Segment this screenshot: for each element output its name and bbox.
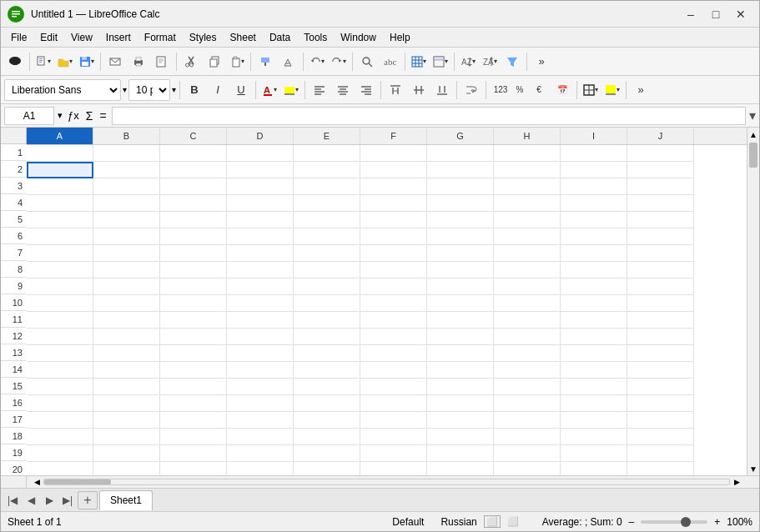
- cell-G8[interactable]: [427, 262, 494, 279]
- cell-A17[interactable]: [27, 412, 93, 429]
- redo-dropdown-arrow[interactable]: ▾: [343, 58, 346, 65]
- undo-button[interactable]: ▾: [307, 51, 327, 73]
- cell-A14[interactable]: [27, 362, 93, 379]
- cell-H16[interactable]: [494, 395, 561, 412]
- scroll-right-button[interactable]: ▶: [730, 477, 743, 488]
- bold-button[interactable]: B: [184, 79, 205, 101]
- cell-A7[interactable]: [27, 245, 93, 262]
- cell-E12[interactable]: [294, 329, 360, 345]
- scroll-up-button[interactable]: ▲: [747, 128, 759, 141]
- cell-ref-dropdown[interactable]: ▾: [58, 110, 63, 121]
- font-color-button[interactable]: A ▾: [259, 79, 279, 101]
- cell-F4[interactable]: [360, 195, 427, 212]
- menu-help[interactable]: Help: [383, 30, 417, 45]
- comment-icon[interactable]: [4, 51, 26, 73]
- row-num-18[interactable]: 18: [1, 428, 26, 444]
- cell-G20[interactable]: [427, 462, 494, 475]
- cell-E15[interactable]: [294, 379, 360, 395]
- align-center-button[interactable]: [332, 79, 354, 101]
- size-dropdown-arrow[interactable]: ▾: [172, 85, 176, 94]
- tab-prev-button[interactable]: ◀: [23, 492, 39, 509]
- highlight-dropdown-arrow[interactable]: ▾: [295, 86, 299, 93]
- cell-H11[interactable]: [494, 312, 561, 329]
- preview-button[interactable]: [151, 51, 173, 73]
- cell-H14[interactable]: [494, 362, 561, 379]
- cell-E11[interactable]: [294, 312, 360, 329]
- cell-B2[interactable]: [93, 162, 160, 178]
- col-header-D[interactable]: D: [227, 128, 294, 144]
- maximize-button[interactable]: □: [704, 5, 727, 23]
- cell-C19[interactable]: [160, 445, 227, 462]
- cell-E5[interactable]: [294, 212, 360, 228]
- underline-button[interactable]: U: [230, 79, 252, 101]
- cell-G7[interactable]: [427, 245, 494, 262]
- cell-B3[interactable]: [93, 178, 160, 195]
- cell-H3[interactable]: [494, 178, 561, 195]
- date-format-button[interactable]: 📅: [551, 79, 573, 101]
- valign-top-button[interactable]: [385, 79, 406, 101]
- cell-D4[interactable]: [227, 195, 294, 212]
- cell-G2[interactable]: [427, 162, 494, 178]
- cell-I3[interactable]: [561, 178, 627, 195]
- col-header-C[interactable]: C: [160, 128, 227, 144]
- cell-D13[interactable]: [227, 345, 294, 362]
- cell-J5[interactable]: [627, 212, 694, 228]
- menu-window[interactable]: Window: [334, 30, 383, 45]
- cell-G11[interactable]: [427, 312, 494, 329]
- corner-cell[interactable]: [1, 128, 27, 144]
- cell-B9[interactable]: [93, 279, 160, 295]
- cell-E19[interactable]: [294, 445, 360, 462]
- row-num-9[interactable]: 9: [1, 278, 26, 294]
- email-button[interactable]: [104, 51, 126, 73]
- valign-mid-button[interactable]: [408, 79, 430, 101]
- row-num-8[interactable]: 8: [1, 261, 26, 278]
- save-button[interactable]: ▾: [77, 51, 97, 73]
- cell-D2[interactable]: [227, 162, 294, 178]
- wrap-text-button[interactable]: [461, 79, 482, 101]
- cell-B11[interactable]: [93, 312, 160, 329]
- cell-F18[interactable]: [360, 429, 427, 445]
- cell-D10[interactable]: [227, 295, 294, 312]
- cell-J7[interactable]: [627, 245, 694, 262]
- cell-E16[interactable]: [294, 395, 360, 412]
- cell-A15[interactable]: [27, 379, 93, 395]
- borders-dropdown-arrow[interactable]: ▾: [595, 86, 598, 93]
- sortdesc-dropdown-arrow[interactable]: ▾: [494, 58, 497, 65]
- tab-first-button[interactable]: |◀: [4, 492, 21, 509]
- font-name-select[interactable]: Liberation Sans: [4, 79, 121, 101]
- cell-J4[interactable]: [627, 195, 694, 212]
- row-num-12[interactable]: 12: [1, 328, 26, 344]
- cell-J6[interactable]: [627, 228, 694, 245]
- cell-F13[interactable]: [360, 345, 427, 362]
- cell-H2[interactable]: [494, 162, 561, 178]
- cell-F2[interactable]: [360, 162, 427, 178]
- zoom-out-button[interactable]: –: [629, 516, 635, 528]
- font-dropdown-arrow[interactable]: ▾: [123, 85, 127, 94]
- zoom-thumb[interactable]: [681, 517, 691, 527]
- cell-B14[interactable]: [93, 362, 160, 379]
- cell-C5[interactable]: [160, 212, 227, 228]
- scroll-down-button[interactable]: ▼: [747, 462, 759, 475]
- cell-D16[interactable]: [227, 395, 294, 412]
- tab-next-button[interactable]: ▶: [41, 492, 58, 509]
- cell-C12[interactable]: [160, 329, 227, 345]
- cell-D18[interactable]: [227, 429, 294, 445]
- clear-button[interactable]: [278, 51, 299, 73]
- cell-B8[interactable]: [93, 262, 160, 279]
- bg-color-button[interactable]: ▾: [602, 79, 622, 101]
- cell-E9[interactable]: [294, 279, 360, 295]
- more-toolbar-button[interactable]: »: [531, 51, 552, 73]
- cell-B6[interactable]: [93, 228, 160, 245]
- table-dropdown-arrow[interactable]: ▾: [423, 58, 426, 65]
- page-view-normal-icon[interactable]: ⬜: [484, 515, 501, 528]
- row-num-20[interactable]: 20: [1, 461, 26, 475]
- cell-I4[interactable]: [561, 195, 627, 212]
- open-button[interactable]: ▾: [55, 51, 75, 73]
- cell-B7[interactable]: [93, 245, 160, 262]
- cell-E3[interactable]: [294, 178, 360, 195]
- align-left-button[interactable]: [309, 79, 330, 101]
- save-dropdown-arrow[interactable]: ▾: [91, 58, 94, 65]
- cell-I11[interactable]: [561, 312, 627, 329]
- cell-B4[interactable]: [93, 195, 160, 212]
- cell-F20[interactable]: [360, 462, 427, 475]
